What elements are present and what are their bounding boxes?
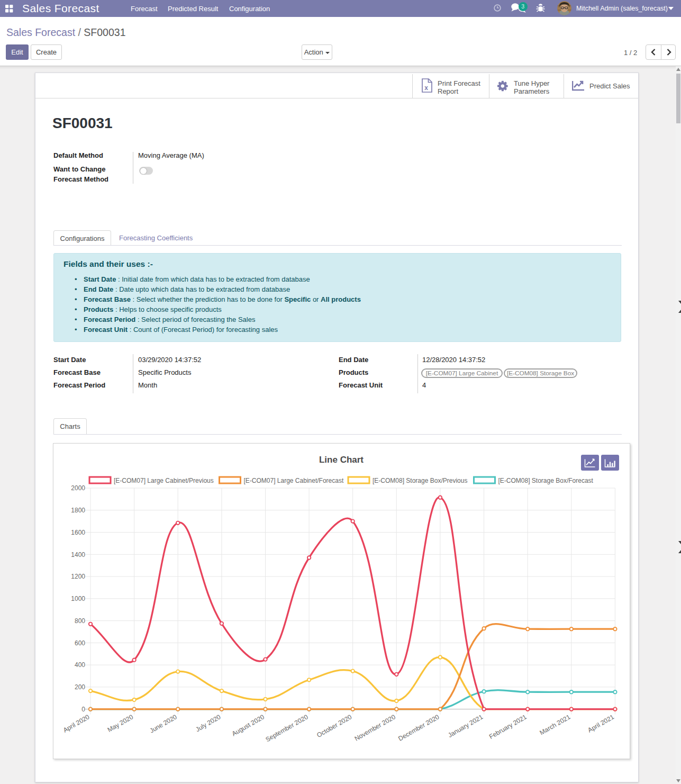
svg-text:March 2021: March 2021 (539, 713, 572, 736)
svg-text:Line Chart: Line Chart (319, 455, 364, 465)
svg-text:September 2020: September 2020 (265, 713, 310, 743)
svg-text:200: 200 (75, 683, 85, 691)
svg-text:600: 600 (75, 639, 85, 647)
svg-text:0: 0 (81, 706, 85, 713)
svg-text:May 2020: May 2020 (106, 713, 135, 734)
svg-text:[E-COM08] Storage Box/Previous: [E-COM08] Storage Box/Previous (373, 477, 467, 484)
svg-text:February 2021: February 2021 (488, 713, 528, 741)
svg-text:1000: 1000 (71, 595, 85, 602)
svg-text:1400: 1400 (71, 551, 85, 558)
svg-text:June 2020: June 2020 (148, 713, 178, 735)
svg-text:[E-COM07] Large Cabinet/Foreca: [E-COM07] Large Cabinet/Forecast (244, 477, 344, 484)
svg-text:November 2020: November 2020 (353, 713, 397, 743)
svg-text:1800: 1800 (71, 507, 85, 514)
svg-text:April 2021: April 2021 (586, 713, 615, 734)
svg-text:1200: 1200 (71, 573, 85, 580)
svg-text:[E-COM08] Storage Box/Forecast: [E-COM08] Storage Box/Forecast (498, 477, 594, 484)
svg-text:October 2020: October 2020 (315, 713, 353, 739)
svg-text:January 2021: January 2021 (447, 713, 484, 739)
svg-text:[E-COM07] Large Cabinet/Previo: [E-COM07] Large Cabinet/Previous (114, 477, 214, 484)
svg-text:December 2020: December 2020 (397, 713, 440, 743)
svg-text:x: x (424, 84, 428, 92)
svg-text:400: 400 (75, 661, 85, 669)
svg-text:July 2020: July 2020 (194, 713, 222, 733)
svg-text:1600: 1600 (71, 529, 85, 536)
svg-text:2000: 2000 (71, 484, 85, 492)
svg-text:800: 800 (75, 617, 85, 625)
svg-text:April 2020: April 2020 (62, 713, 91, 734)
svg-text:August 2020: August 2020 (231, 713, 266, 737)
